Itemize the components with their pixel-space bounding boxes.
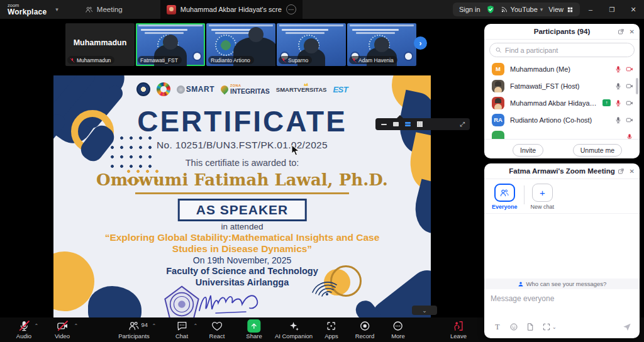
event-title-line2: Studies in Disease Dynamics” [53, 243, 431, 255]
tile-name-badge: Adam Havenia [349, 56, 397, 64]
close-icon[interactable]: ✕ [630, 28, 635, 35]
scrollbar[interactable] [636, 78, 638, 94]
chat-toolbar: T ⌄ [484, 319, 640, 338]
participant-row[interactable]: Muhammad Akbar Hidayat (Co-host) ↑ [484, 94, 640, 111]
leave-button[interactable]: Leave [450, 319, 467, 339]
video-tile-fatmawati[interactable]: Fatmawati_FST [136, 23, 205, 66]
camera-off-icon[interactable] [626, 65, 633, 73]
mic-icon[interactable] [614, 116, 622, 124]
close-button[interactable]: ✕ [623, 0, 644, 19]
chat-title: Fatma Armawi's Zoom Meeting [509, 167, 614, 175]
est-logo: EST [333, 85, 348, 94]
chat-tabs: Everyone + New chat [484, 179, 640, 214]
react-button[interactable]: React [209, 319, 225, 339]
filmstrip-next-button[interactable]: › [414, 36, 427, 50]
video-tile-adam[interactable]: Adam Havenia [347, 23, 416, 66]
workplace-logo-text: Workplace [8, 8, 47, 16]
view-button[interactable]: View [548, 6, 574, 13]
invite-button[interactable]: Invite [513, 144, 543, 157]
tab-options-icon[interactable]: ⋯ [286, 4, 296, 14]
share-screen-icon [247, 319, 260, 333]
event-title-line1: “Exploring Global Stability:Mathematical… [53, 232, 431, 243]
mic-muted-icon[interactable] [626, 133, 633, 140]
unmute-me-button[interactable]: Unmute me [573, 144, 622, 157]
everyone-label: Everyone [492, 204, 518, 210]
sign-in-button[interactable]: Sign in [459, 6, 480, 13]
screenshot-button[interactable]: ⌄ [542, 323, 557, 331]
chat-privacy-note[interactable]: Who can see your messages? [484, 279, 640, 289]
name-underline [135, 192, 349, 194]
tile-name-badge: Suparno [279, 56, 312, 64]
share-button[interactable]: Share [246, 319, 262, 339]
close-icon[interactable]: ✕ [630, 168, 635, 175]
tab-everyone[interactable]: Everyone [492, 184, 518, 210]
minimize-button[interactable]: – [580, 0, 601, 19]
apps-label: Apps [325, 333, 338, 339]
video-tile-muhammadun[interactable]: Muhammadun Muhammadun [65, 23, 135, 66]
speaker-view-icon[interactable] [392, 121, 399, 128]
ai-companion-button[interactable]: AI Companion [275, 319, 313, 339]
certificate-number: No. 10251/B/UN3.FST/PK.01.02/2025 [53, 140, 431, 151]
participant-row[interactable]: M Muhammadun (Me) [484, 60, 640, 77]
search-input[interactable] [505, 47, 629, 54]
tab-shared-screen[interactable]: Muhammad Akbar Hidayat's scre ⋯ [160, 0, 303, 19]
participant-row[interactable]: Fatmawati_FST (Host) [484, 77, 640, 94]
collapse-strip-button[interactable]: ⌄ [412, 306, 437, 315]
participant-search[interactable] [489, 43, 635, 57]
avatar [492, 131, 504, 140]
apps-button[interactable]: Apps [325, 319, 338, 339]
audio-options-caret[interactable]: ⌃ [35, 323, 39, 329]
message-input[interactable] [491, 294, 633, 303]
more-button[interactable]: More [391, 319, 405, 339]
certificate-title: CERTIFICATE [53, 104, 431, 138]
camera-icon[interactable] [626, 82, 633, 90]
mic-muted-icon [281, 58, 286, 63]
video-options-caret[interactable]: ⌃ [74, 323, 78, 329]
participants-options-caret[interactable]: ⌃ [152, 323, 156, 329]
audio-button[interactable]: ⌃ Audio [16, 319, 31, 339]
mic-muted-icon [70, 58, 75, 63]
chat-button[interactable]: ⌃ Chat [175, 319, 188, 339]
participant-name: Fatmawati_FST (Host) [510, 82, 609, 90]
participant-name: Muhammadun (Me) [510, 65, 609, 73]
mic-icon[interactable] [614, 82, 622, 90]
send-button[interactable] [622, 322, 632, 332]
record-button[interactable]: Record [355, 319, 375, 339]
slide-caption [138, 25, 203, 26]
emoji-icon[interactable] [509, 323, 518, 331]
share-tab-label: Muhammad Akbar Hidayat's scre [180, 6, 282, 13]
participants-button[interactable]: 94⌃ Participants [118, 319, 150, 339]
popout-icon[interactable] [618, 28, 625, 35]
camera-icon[interactable] [626, 116, 633, 124]
faculty-name: Faculty of Science and Technology [53, 266, 431, 276]
youtube-live-button[interactable]: YouTube ▾ [501, 6, 543, 13]
mic-muted-icon[interactable] [614, 99, 622, 107]
gallery-view-icon[interactable] [404, 121, 411, 128]
share-label: Share [246, 333, 262, 339]
mic-muted-icon[interactable] [614, 65, 622, 73]
zoom-workplace-logo[interactable]: zoom Workplace ▾ [0, 3, 65, 16]
view-label: View [548, 6, 564, 13]
record-icon [359, 320, 371, 332]
audio-label: Audio [16, 333, 31, 339]
tab-meeting[interactable]: Meeting [85, 6, 123, 14]
video-button[interactable]: ⌃ Video [55, 319, 70, 339]
participant-row[interactable]: RA Rudianto Artiono (Co-host) [484, 111, 640, 128]
maximize-button[interactable]: ❐ [601, 0, 623, 19]
camera-icon[interactable] [626, 99, 633, 107]
participant-display-name: Muhammadun [65, 38, 135, 47]
grid-view-icon[interactable] [416, 121, 423, 128]
minimize-view-icon[interactable] [380, 121, 387, 128]
participant-name: Muhammad Akbar Hidayat (Co-host) [510, 99, 597, 107]
popout-icon[interactable] [618, 168, 625, 175]
expand-icon[interactable]: ⤢ [460, 121, 465, 128]
video-tile-suparno[interactable]: Suparno [277, 23, 346, 66]
screen-sharing-icon: ↑ [602, 99, 611, 106]
participant-row[interactable] [484, 128, 640, 139]
attach-file-icon[interactable] [526, 323, 535, 331]
more-options-icon[interactable]: ⋯ [606, 168, 613, 175]
video-tile-rudianto[interactable]: Rudianto Artiono [206, 23, 275, 66]
chat-options-caret[interactable]: ⌃ [193, 323, 197, 329]
new-chat-button[interactable]: + New chat [531, 184, 555, 210]
format-text-icon[interactable]: T [493, 323, 502, 331]
